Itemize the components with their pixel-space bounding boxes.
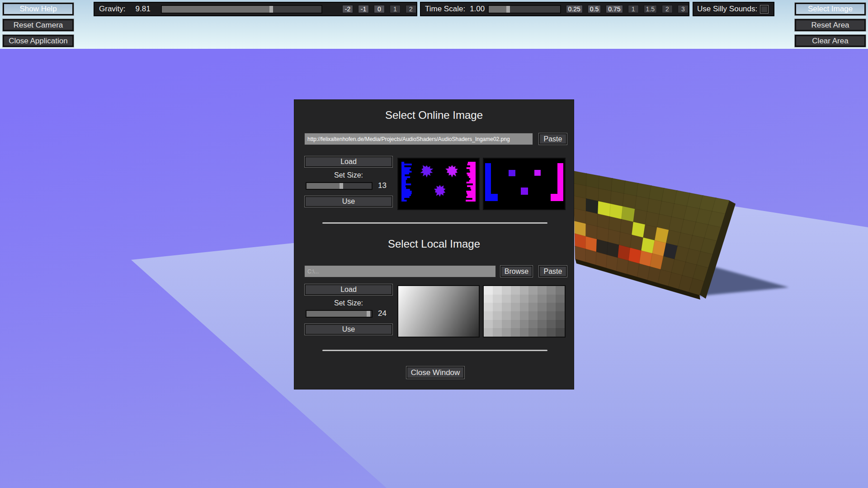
gravity-preset-button[interactable]: -2 xyxy=(342,5,353,13)
time-preset-button[interactable]: 1.5 xyxy=(644,5,657,13)
online-section-title: Select Online Image xyxy=(294,109,574,122)
online-size-slider-handle[interactable] xyxy=(340,183,343,189)
time-preset-button[interactable]: 0.75 xyxy=(606,5,623,13)
clear-area-button[interactable]: Clear Area xyxy=(794,34,866,47)
online-paste-button[interactable]: Paste xyxy=(538,133,567,145)
local-size-slider-fill xyxy=(307,311,370,317)
time-scale-panel: Time Scale: 1.00 0.25 0.5 0.75 1 1.5 2 3 xyxy=(420,2,689,16)
local-paste-button[interactable]: Paste xyxy=(538,265,567,277)
select-image-button[interactable]: Select Image xyxy=(794,2,866,16)
silly-sounds-checkbox[interactable] xyxy=(760,5,769,14)
gravity-label: Gravity: xyxy=(99,5,126,14)
gravity-value: 9.81 xyxy=(136,5,157,14)
silly-sounds-panel: Use Silly Sounds: xyxy=(693,2,774,16)
local-set-size-label: Set Size: xyxy=(304,299,393,307)
image-select-dialog: Select Online Image Paste Load Set Size:… xyxy=(294,99,574,389)
reset-camera-button[interactable]: Reset Camera xyxy=(2,19,74,32)
local-browse-button[interactable]: Browse xyxy=(500,265,533,277)
local-use-button[interactable]: Use xyxy=(304,324,393,335)
gravity-panel: Gravity: 9.81 -2 -1 0 1 2 xyxy=(94,2,417,16)
local-preview-pixelated xyxy=(483,285,566,338)
local-preview-gradient xyxy=(397,285,480,338)
time-preset-button[interactable]: 0.25 xyxy=(566,5,583,13)
local-path-input[interactable] xyxy=(304,265,496,277)
time-preset-button[interactable]: 3 xyxy=(678,5,689,13)
online-set-size-label: Set Size: xyxy=(304,171,393,179)
online-size-value: 13 xyxy=(378,181,387,190)
close-application-button[interactable]: Close Application xyxy=(2,34,74,47)
time-preset-button[interactable]: 0.5 xyxy=(588,5,601,13)
gravity-slider-fill xyxy=(162,6,272,13)
section-divider xyxy=(322,350,547,351)
local-load-button[interactable]: Load xyxy=(304,284,393,296)
time-scale-preset-buttons: 0.25 0.5 0.75 1 1.5 2 3 xyxy=(561,5,689,13)
local-section-title: Select Local Image xyxy=(294,238,574,250)
close-window-button[interactable]: Close Window xyxy=(406,366,465,379)
silly-sounds-label: Use Silly Sounds: xyxy=(697,5,757,14)
gravity-preset-buttons: -2 -1 0 1 2 xyxy=(337,5,416,13)
gravity-preset-button[interactable]: 0 xyxy=(374,5,385,13)
gravity-slider[interactable] xyxy=(161,5,323,14)
time-scale-slider-handle[interactable] xyxy=(506,6,510,13)
online-size-slider-fill xyxy=(307,183,342,189)
time-scale-label: Time Scale: xyxy=(425,5,465,14)
gravity-preset-button[interactable]: 1 xyxy=(390,5,401,13)
section-divider xyxy=(322,222,547,224)
app-window: Show Help Reset Camera Close Application… xyxy=(0,0,868,488)
time-preset-button[interactable]: 2 xyxy=(662,5,673,13)
online-use-button[interactable]: Use xyxy=(304,196,393,207)
gravity-preset-button[interactable]: 2 xyxy=(406,5,416,13)
local-size-slider[interactable] xyxy=(306,310,373,318)
online-preview-pixelated xyxy=(483,158,566,210)
gravity-preset-button[interactable]: -1 xyxy=(358,5,369,13)
online-size-slider[interactable] xyxy=(306,182,373,190)
time-scale-slider[interactable] xyxy=(488,5,561,14)
online-url-input[interactable] xyxy=(304,133,533,145)
time-preset-button[interactable]: 1 xyxy=(628,5,639,13)
online-load-button[interactable]: Load xyxy=(304,156,393,168)
local-size-slider-handle[interactable] xyxy=(367,311,370,317)
time-scale-slider-fill xyxy=(489,6,507,13)
gravity-slider-handle[interactable] xyxy=(269,6,273,13)
show-help-button[interactable]: Show Help xyxy=(2,2,74,16)
online-preview-original xyxy=(397,158,480,210)
reset-area-button[interactable]: Reset Area xyxy=(794,19,866,32)
time-scale-value: 1.00 xyxy=(470,5,485,14)
local-size-value: 24 xyxy=(378,309,387,318)
